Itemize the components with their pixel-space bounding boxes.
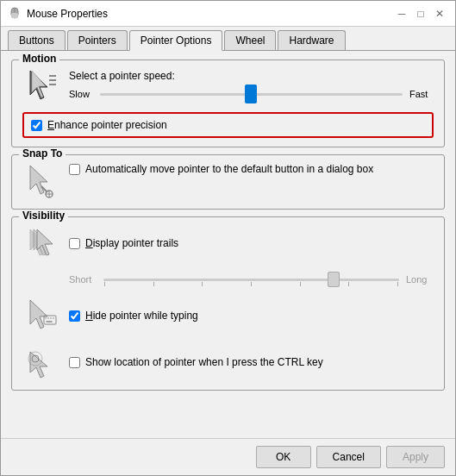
motion-icon-box	[22, 67, 60, 105]
content-area: Motion Select a pointer	[1, 51, 455, 438]
tab-pointers[interactable]: Pointers	[67, 30, 128, 50]
footer: OK Cancel Apply	[1, 438, 455, 475]
title-controls: ─ □ ✕	[393, 5, 448, 22]
cancel-button[interactable]: Cancel	[316, 446, 381, 468]
snap-to-section-content: Automatically move pointer to the defaul…	[22, 162, 434, 200]
window-title: Mouse Properties	[27, 8, 108, 20]
tick-7	[397, 282, 398, 286]
mouse-properties-window: Mouse Properties ─ □ ✕ Buttons Pointers …	[0, 0, 456, 476]
precision-checkbox-label[interactable]: Enhance pointer precision	[31, 119, 167, 131]
motion-row: Select a pointer speed: Slow Fast	[22, 67, 434, 105]
trails-row: Display pointer trails	[22, 224, 434, 262]
motion-section-content: Select a pointer speed: Slow Fast	[22, 67, 434, 138]
close-button[interactable]: ✕	[431, 5, 448, 22]
tick-6	[348, 282, 349, 286]
hide-checkbox-label[interactable]: Hide pointer while typing	[69, 310, 198, 322]
snap-to-section-title: Snap To	[19, 147, 66, 160]
trails-cursor-icon	[25, 226, 58, 260]
short-label: Short	[69, 274, 97, 285]
hide-icon-box	[22, 297, 60, 335]
speed-row: Select a pointer speed: Slow Fast	[69, 70, 434, 103]
tick-4	[251, 282, 252, 286]
trails-slider-row: Short	[69, 271, 434, 288]
apply-button[interactable]: Apply	[386, 446, 445, 468]
title-bar-left: Mouse Properties	[8, 7, 108, 21]
snap-checkbox-label[interactable]: Automatically move pointer to the defaul…	[69, 162, 373, 177]
motion-section: Motion Select a pointer	[11, 60, 445, 147]
snap-cursor-icon	[25, 164, 58, 198]
speed-slider-container[interactable]	[100, 85, 403, 103]
trails-icon-box	[22, 224, 60, 262]
tab-hardware[interactable]: Hardware	[278, 30, 345, 50]
tick-2	[153, 282, 154, 286]
visibility-section: Visibility Display pointer trails	[11, 216, 445, 391]
trails-checkbox[interactable]	[69, 238, 80, 249]
motion-cursor-icon	[25, 69, 58, 103]
tab-buttons[interactable]: Buttons	[8, 30, 66, 50]
trails-slider-track	[103, 279, 399, 281]
visibility-section-content: Display pointer trails Short	[22, 224, 434, 381]
ok-button[interactable]: OK	[256, 446, 311, 468]
show-location-label: Show location of pointer when I press th…	[85, 356, 323, 368]
slow-label: Slow	[69, 89, 93, 99]
mouse-icon	[8, 7, 22, 21]
precision-label: Enhance pointer precision	[47, 119, 167, 131]
show-location-checkbox-label[interactable]: Show location of pointer when I press th…	[69, 356, 323, 368]
tab-bar: Buttons Pointers Pointer Options Wheel H…	[1, 27, 455, 51]
motion-section-title: Motion	[19, 53, 59, 65]
hide-label: Hide pointer while typing	[85, 310, 198, 322]
speed-slider-thumb[interactable]	[245, 85, 257, 103]
snap-to-section: Snap To Automatically mov	[11, 154, 445, 210]
precision-row: Enhance pointer precision	[22, 112, 434, 138]
tick-5	[300, 282, 301, 286]
speed-slider-track	[100, 93, 403, 96]
snap-icon-box	[22, 162, 60, 200]
tab-pointer-options[interactable]: Pointer Options	[129, 30, 223, 51]
hide-cursor-icon	[25, 298, 58, 333]
minimize-button[interactable]: ─	[393, 5, 410, 22]
show-location-row: Show location of pointer when I press th…	[22, 343, 434, 381]
show-location-icon-box	[22, 343, 60, 381]
precision-checkbox[interactable]	[31, 120, 42, 131]
tick-3	[202, 282, 203, 286]
long-label: Long	[406, 274, 434, 285]
visibility-section-title: Visibility	[19, 210, 68, 222]
title-bar: Mouse Properties ─ □ ✕	[1, 1, 455, 27]
show-location-cursor-icon	[25, 345, 58, 379]
svg-rect-2	[11, 13, 18, 18]
snap-checkbox[interactable]	[69, 164, 80, 175]
trails-slider-container[interactable]	[103, 271, 399, 288]
tab-wheel[interactable]: Wheel	[224, 30, 276, 50]
trails-slider-thumb[interactable]	[328, 272, 340, 287]
snap-label-text: Automatically move pointer to the defaul…	[85, 162, 373, 177]
speed-label: Select a pointer speed:	[69, 70, 434, 82]
tick-1	[104, 282, 105, 286]
hide-row: Hide pointer while typing	[22, 297, 434, 335]
maximize-button[interactable]: □	[412, 5, 429, 22]
show-location-checkbox[interactable]	[69, 357, 80, 368]
hide-checkbox[interactable]	[69, 310, 80, 322]
trails-checkbox-label[interactable]: Display pointer trails	[69, 237, 178, 249]
speed-slider-row: Slow Fast	[69, 85, 434, 103]
fast-label: Fast	[409, 89, 434, 99]
trails-label: Display pointer trails	[85, 237, 178, 249]
snap-row: Automatically move pointer to the defaul…	[22, 162, 434, 200]
